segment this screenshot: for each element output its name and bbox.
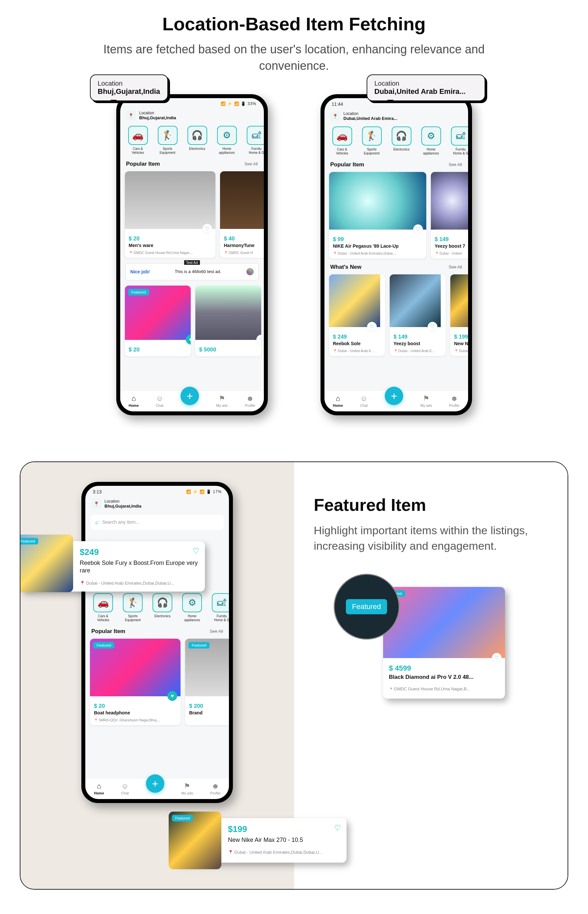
item-location: GMDC Guest House Rd,Uma Nagar,... [129, 251, 212, 255]
item-price: $ 249 [333, 334, 381, 340]
zoom-card[interactable]: eatured ♡ $ 4599 Black Diamond ai Pro V … [383, 587, 505, 699]
item-card[interactable]: Featured $ 200 Brand [185, 639, 229, 725]
favorite-icon[interactable]: ♡ [192, 546, 200, 556]
location-callout-2: Location Dubai,United Arab Emira... [367, 74, 485, 101]
item-title: NIKE Air Pegasus '89 Lace-Up [333, 244, 422, 249]
chat-icon: ☺ [121, 782, 128, 790]
category-furniture[interactable]: 🛋Furnitu Home & G [208, 593, 229, 622]
status-icons: 📶 ⚡ 📶 📱 17% [186, 489, 222, 494]
category-furniture[interactable]: 🛋Furnitu Home & G [447, 126, 468, 155]
see-all-link[interactable]: See All [210, 629, 223, 634]
location-pin-icon: 📍 [330, 111, 340, 121]
add-button[interactable]: + [146, 774, 165, 793]
category-cars[interactable]: 🚗Cars & Vehicles [329, 126, 355, 155]
category-cars[interactable]: 🚗Cars & Vehicles [90, 593, 116, 622]
item-card[interactable]: Featured ♥ $ 20 Boat headphone 5MR8+QQV … [90, 639, 181, 725]
item-card[interactable]: ♡ $ 249 Reebok Sole Dubai - United Arab … [329, 275, 385, 356]
item-card[interactable]: Featured ♥ $ 20 [125, 286, 191, 356]
headphones-icon: 🎧 [187, 126, 207, 145]
row-title: Popular Item [91, 628, 125, 635]
see-all-link[interactable]: See All [244, 161, 258, 166]
favorite-icon[interactable]: ♡ [428, 322, 438, 332]
sports-icon: 🏌 [123, 593, 143, 612]
see-all-link[interactable]: See All [449, 265, 462, 270]
phone-row: Location Bhuj,Gujarat,India 📶 ⚡ 📶 📱 33% … [33, 94, 555, 415]
item-title: Yeezy boost 7 [435, 244, 468, 249]
favorite-icon[interactable]: ♡ [367, 322, 377, 332]
nav-profile[interactable]: ☻Profile [449, 394, 459, 407]
popular-row: ♡ $ 99 NIKE Air Pegasus '89 Lace-Up Duba… [325, 171, 468, 260]
item-card[interactable]: $ 149 Yeezy boost 7 Dubai - United [431, 172, 468, 258]
category-sports[interactable]: 🏌Sports Equipment [155, 126, 181, 155]
app-header[interactable]: 📍 Location Bhuj,Gujarat,India [120, 108, 264, 124]
add-button[interactable]: + [385, 387, 403, 405]
item-title: New Nik [454, 341, 468, 346]
sports-icon: 🏌 [362, 126, 382, 145]
item-card[interactable]: $ 199 New Nik Dubai - U [450, 275, 468, 356]
app-header[interactable]: 📍 Location Bhuj,Gujarat,India [85, 496, 229, 512]
category-furniture[interactable]: 🛋Furnitu Home & G [244, 126, 264, 155]
item-price: $ 149 [394, 334, 442, 340]
furniture-icon: 🛋 [451, 126, 468, 145]
category-electronics[interactable]: 🎧Electronics [184, 126, 210, 155]
nav-myads[interactable]: ⚑My ads [181, 782, 193, 795]
item-image: ♡ [329, 275, 380, 327]
section-featured: 3:13 📶 ⚡ 📶 📱 17% 📍 Location Bhuj,Gujarat… [20, 462, 568, 890]
item-card[interactable]: ♡ $ 99 NIKE Air Pegasus '89 Lace-Up Duba… [329, 172, 426, 258]
location-label: Location [139, 111, 176, 115]
featured-popout-2[interactable]: Featured ♡ $199 New Nike Air Max 270 - 1… [175, 818, 347, 862]
nav-myads[interactable]: ⚑My ads [216, 394, 228, 407]
nav-profile[interactable]: ☻Profile [245, 394, 255, 407]
zoom-wrap: Featured eatured ♡ $ 4599 Black Diamond … [334, 587, 548, 699]
item-image: ♡ [329, 172, 426, 229]
favorite-icon[interactable]: ♡ [334, 824, 341, 833]
category-home-appliances[interactable]: ⚙Home appliances [179, 593, 205, 622]
item-card[interactable]: ♡ $ 5000 [195, 286, 261, 356]
favorite-icon[interactable]: ♡ [492, 653, 502, 663]
callout-value: Dubai,United Arab Emira... [375, 87, 477, 96]
nav-home[interactable]: ⌂Home [94, 782, 104, 795]
nav-chat[interactable]: ☺Chat [121, 782, 129, 795]
popout-title: New Nike Air Max 270 - 10.5 [228, 836, 340, 844]
car-icon: 🚗 [333, 126, 352, 145]
featured-popout-1[interactable]: Featured ♡ $249 Reebok Sole Fury x Boost… [20, 541, 205, 591]
category-cars[interactable]: 🚗Cars & Vehicles [125, 126, 151, 155]
featured-tag: Featured [188, 642, 210, 649]
home-icon: ⌂ [97, 782, 101, 790]
category-home-appliances[interactable]: ⚙Home appliances [418, 126, 444, 155]
item-card[interactable]: ♡ $ 20 Men's ware GMDC Guest House Rd,Um… [125, 171, 215, 258]
category-home-appliances[interactable]: ⚙Home appliances [214, 126, 240, 155]
item-title: Reebok Sole [333, 341, 381, 346]
item-price: $ 20 [129, 347, 187, 353]
item-card[interactable]: $ 40 HarmonyTune GMDC Guest H [220, 171, 264, 258]
item-location: Dubai - United Arab Emirates,Dubai,... [333, 251, 422, 255]
category-electronics[interactable]: 🎧Electronics [388, 126, 415, 155]
nav-home[interactable]: ⌂Home [128, 394, 139, 407]
item-price: $ 149 [435, 236, 468, 243]
phone-frame: 3:13 📶 ⚡ 📶 📱 17% 📍 Location Bhuj,Gujarat… [81, 482, 233, 803]
nav-home[interactable]: ⌂Home [333, 394, 343, 407]
nav-chat[interactable]: ☺Chat [360, 394, 368, 407]
ad-banner[interactable]: Test Ad Nice job! This is a 468x60 test … [126, 263, 258, 280]
headphones-icon: 🎧 [152, 593, 172, 612]
add-button[interactable]: + [181, 387, 199, 405]
category-sports[interactable]: 🏌Sports Equipment [359, 126, 385, 155]
popular-row: Featured ♥ $ 20 Boat headphone 5MR8+QQV … [85, 637, 229, 727]
favorite-icon[interactable]: ♡ [202, 224, 212, 234]
callout-label: Location [98, 80, 160, 87]
nav-profile[interactable]: ☻Profile [210, 782, 220, 795]
zoom-card-image: eatured ♡ [383, 587, 505, 658]
see-all-link[interactable]: See All [449, 162, 462, 167]
favorite-icon[interactable]: ♥ [167, 691, 177, 701]
category-electronics[interactable]: 🎧Electronics [149, 593, 176, 622]
search-input[interactable]: ⌕ Search any item... [90, 515, 224, 530]
nav-chat[interactable]: ☺Chat [156, 394, 163, 407]
favorite-icon[interactable]: ♡ [413, 224, 423, 234]
zoom-lens: Featured [334, 574, 400, 639]
nav-myads[interactable]: ⚑My ads [420, 394, 432, 407]
category-sports[interactable]: 🏌Sports Equipment [120, 593, 146, 622]
item-card[interactable]: ♡ $ 149 Yeezy boost Dubai - United Arab … [390, 275, 446, 356]
location-value: Dubai,United Arab Emira... [344, 116, 397, 121]
item-title: Yeezy boost [394, 341, 442, 346]
app-header[interactable]: 📍 Location Dubai,United Arab Emira... [325, 109, 468, 124]
